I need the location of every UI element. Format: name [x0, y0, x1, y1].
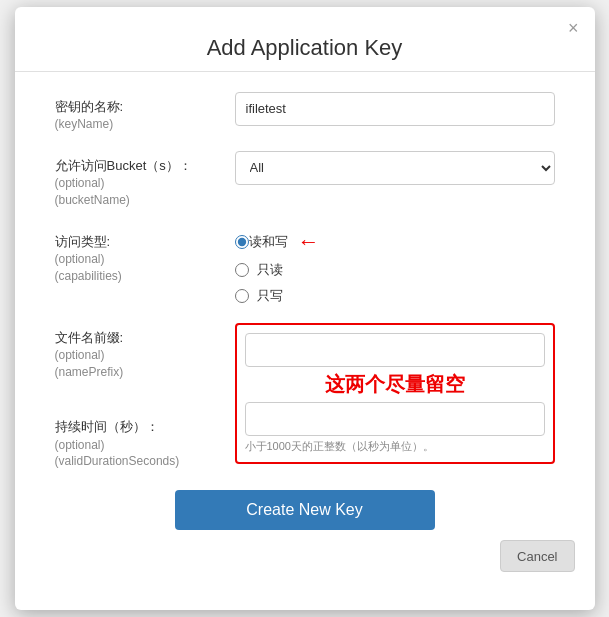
modal-title: Add Application Key	[35, 35, 575, 61]
key-name-control	[235, 92, 555, 126]
bucket-select[interactable]: All	[235, 151, 555, 185]
radio-readonly[interactable]	[235, 263, 249, 277]
radio-readonly-label[interactable]: 只读	[235, 261, 555, 279]
radio-group: 读和写 ← 只读 只写	[235, 227, 555, 305]
duration-hint: 小于1000天的正整数（以秒为单位）。	[245, 439, 545, 454]
radio-readonly-text: 只读	[257, 261, 283, 279]
file-prefix-duration-labels: 文件名前缀: (optional) (namePrefix) 持续时间（秒）： …	[55, 323, 235, 471]
bucket-control: All	[235, 151, 555, 185]
key-name-label: 密钥的名称: (keyName)	[55, 92, 235, 133]
modal-header: Add Application Key ×	[15, 7, 595, 72]
add-application-key-modal: Add Application Key × 密钥的名称: (keyName) 允…	[15, 7, 595, 610]
radio-writeonly-label[interactable]: 只写	[235, 287, 555, 305]
cancel-button[interactable]: Cancel	[500, 540, 574, 572]
key-name-input[interactable]	[235, 92, 555, 126]
bucket-row: 允许访问Bucket（s）： (optional) (bucketName) A…	[55, 151, 555, 209]
key-name-row: 密钥的名称: (keyName)	[55, 92, 555, 133]
file-prefix-input[interactable]	[245, 333, 545, 367]
radio-readwrite[interactable]	[235, 235, 249, 249]
highlight-message: 这两个尽量留空	[245, 367, 545, 402]
bucket-label: 允许访问Bucket（s）： (optional) (bucketName)	[55, 151, 235, 209]
radio-writeonly[interactable]	[235, 289, 249, 303]
access-type-control: 读和写 ← 只读 只写	[235, 227, 555, 305]
radio-readwrite-text: 读和写	[249, 233, 288, 251]
form-body: 密钥的名称: (keyName) 允许访问Bucket（s）： (optiona…	[15, 92, 595, 470]
modal-footer: Cancel	[15, 540, 595, 590]
highlighted-rows: 文件名前缀: (optional) (namePrefix) 持续时间（秒）： …	[55, 323, 555, 471]
close-button[interactable]: ×	[568, 19, 579, 37]
highlighted-inputs: 这两个尽量留空 小于1000天的正整数（以秒为单位）。	[235, 323, 555, 464]
create-new-key-button[interactable]: Create New Key	[175, 490, 435, 530]
access-type-label: 访问类型: (optional) (capabilities)	[55, 227, 235, 285]
radio-readwrite-label[interactable]: 读和写 ←	[235, 231, 555, 253]
radio-writeonly-text: 只写	[257, 287, 283, 305]
duration-input[interactable]	[245, 402, 545, 436]
access-type-row: 访问类型: (optional) (capabilities) 读和写 ← 只读	[55, 227, 555, 305]
arrow-icon: ←	[298, 231, 320, 253]
